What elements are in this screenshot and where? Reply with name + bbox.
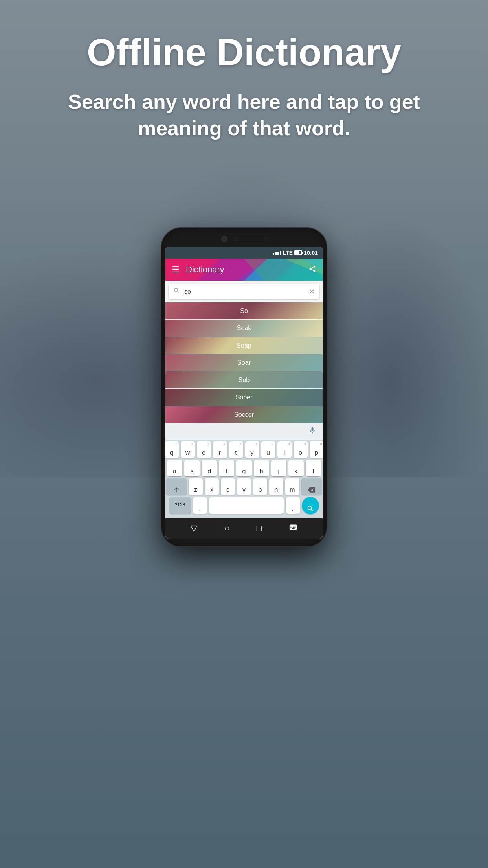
phone-frame: LTE 10:01 ☰ Dictionary bbox=[161, 228, 327, 546]
key-s[interactable]: s bbox=[184, 460, 200, 476]
word-item[interactable]: Sober bbox=[165, 389, 323, 406]
key-l[interactable]: l bbox=[306, 460, 321, 476]
key-period[interactable]: . bbox=[286, 497, 300, 514]
key-h[interactable]: h bbox=[254, 460, 269, 476]
word-item[interactable]: Soccer bbox=[165, 406, 323, 423]
nav-recent[interactable]: □ bbox=[257, 523, 262, 533]
nav-keyboard[interactable] bbox=[289, 523, 297, 534]
key-d[interactable]: d bbox=[202, 460, 217, 476]
key-z[interactable]: z bbox=[189, 478, 203, 495]
phone-mockup: LTE 10:01 ☰ Dictionary bbox=[161, 228, 327, 546]
nav-back[interactable]: ▽ bbox=[191, 523, 197, 533]
word-text: Sob bbox=[238, 377, 250, 384]
key-y[interactable]: 6 y bbox=[245, 441, 259, 458]
hero-title: Offline Dictionary bbox=[24, 31, 464, 73]
period-label: . bbox=[292, 505, 293, 512]
key-shift[interactable] bbox=[166, 478, 187, 495]
key-o[interactable]: 9 o bbox=[294, 441, 308, 458]
signal-icon bbox=[273, 251, 281, 255]
key-m[interactable]: m bbox=[285, 478, 299, 495]
status-bar: LTE 10:01 bbox=[165, 247, 323, 259]
word-text: Soak bbox=[237, 325, 251, 332]
signal-type: LTE bbox=[283, 250, 293, 256]
keyboard-bottom-row: ?123 , . bbox=[167, 497, 321, 517]
word-list: So Soak Soap Soar Sob Sober Socc bbox=[165, 302, 323, 423]
key-a[interactable]: a bbox=[167, 460, 182, 476]
key-comma[interactable]: , bbox=[193, 497, 207, 514]
word-item[interactable]: Soap bbox=[165, 337, 323, 354]
key-r[interactable]: 4 r bbox=[213, 441, 227, 458]
key-k[interactable]: k bbox=[288, 460, 304, 476]
keyboard-row-2: a s d f g h j k l bbox=[167, 460, 321, 476]
menu-icon[interactable]: ☰ bbox=[172, 265, 180, 275]
word-item[interactable]: So bbox=[165, 302, 323, 320]
phone-screen: LTE 10:01 ☰ Dictionary bbox=[165, 247, 323, 539]
search-value[interactable]: so bbox=[184, 288, 309, 295]
key-space[interactable] bbox=[209, 497, 284, 514]
key-j[interactable]: j bbox=[271, 460, 286, 476]
key-backspace[interactable] bbox=[301, 478, 322, 495]
keyboard-rows: 1 q 2 w 3 e 4 r bbox=[165, 440, 323, 518]
phone-camera bbox=[221, 236, 227, 242]
share-icon[interactable] bbox=[308, 265, 316, 275]
comma-label: , bbox=[199, 505, 200, 512]
keyboard-area: 1 q 2 w 3 e 4 r bbox=[165, 423, 323, 539]
key-num-switch[interactable]: ?123 bbox=[169, 497, 191, 514]
search-bar[interactable]: so ✕ bbox=[169, 284, 319, 299]
key-i[interactable]: 8 i bbox=[277, 441, 292, 458]
word-item[interactable]: Soak bbox=[165, 320, 323, 337]
status-icons: LTE 10:01 bbox=[273, 250, 318, 256]
word-text: Soar bbox=[237, 359, 251, 366]
word-item[interactable]: Sob bbox=[165, 371, 323, 389]
word-item[interactable]: Soar bbox=[165, 354, 323, 371]
key-search[interactable] bbox=[302, 497, 319, 514]
keyboard-suggestions bbox=[165, 423, 323, 440]
hero-section: Offline Dictionary Search any word here … bbox=[0, 31, 488, 142]
time-display: 10:01 bbox=[304, 250, 318, 256]
mic-icon[interactable] bbox=[308, 427, 316, 436]
key-x[interactable]: x bbox=[205, 478, 219, 495]
key-e[interactable]: 3 e bbox=[197, 441, 211, 458]
key-w[interactable]: 2 w bbox=[181, 441, 195, 458]
key-b[interactable]: b bbox=[253, 478, 267, 495]
phone-top-bar bbox=[165, 236, 323, 242]
keyboard-row-3: z x c v b n m bbox=[167, 478, 321, 495]
word-text: So bbox=[240, 307, 248, 314]
clear-icon[interactable]: ✕ bbox=[309, 287, 315, 296]
hero-subtitle: Search any word here and tap to get mean… bbox=[24, 89, 464, 142]
key-f[interactable]: f bbox=[219, 460, 234, 476]
word-text: Soccer bbox=[234, 411, 254, 418]
app-bar: ☰ Dictionary bbox=[165, 259, 323, 281]
key-u[interactable]: 7 u bbox=[261, 441, 275, 458]
key-t[interactable]: 5 t bbox=[229, 441, 243, 458]
nav-home[interactable]: ○ bbox=[224, 523, 229, 533]
num-switch-label: ?123 bbox=[175, 502, 185, 508]
phone-speaker bbox=[235, 237, 267, 241]
key-c[interactable]: c bbox=[221, 478, 235, 495]
key-p[interactable]: 0 p bbox=[310, 441, 323, 458]
key-q[interactable]: 1 q bbox=[165, 441, 179, 458]
app-title: Dictionary bbox=[186, 265, 308, 275]
search-icon bbox=[173, 287, 180, 296]
word-text: Soap bbox=[237, 342, 251, 349]
key-v[interactable]: v bbox=[237, 478, 251, 495]
nav-bar: ▽ ○ □ bbox=[165, 518, 323, 539]
key-n[interactable]: n bbox=[269, 478, 283, 495]
key-g[interactable]: g bbox=[236, 460, 251, 476]
word-text: Sober bbox=[236, 394, 253, 401]
keyboard-row-1: 1 q 2 w 3 e 4 r bbox=[167, 441, 321, 458]
battery-icon bbox=[294, 250, 302, 255]
